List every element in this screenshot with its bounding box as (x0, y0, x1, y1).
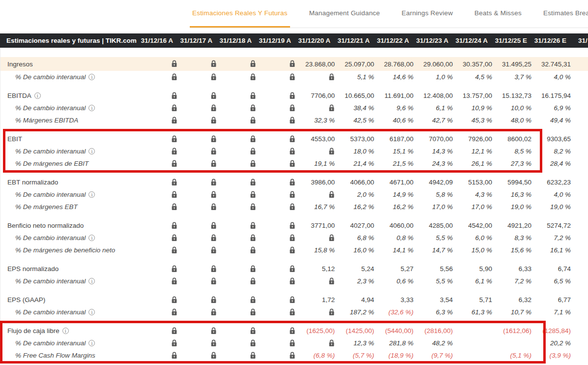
lock-icon[interactable] (289, 234, 295, 242)
lock-icon[interactable] (250, 234, 256, 242)
lock-icon[interactable] (289, 222, 295, 229)
lock-icon[interactable] (210, 191, 217, 198)
lock-icon[interactable] (250, 148, 256, 155)
lock-icon[interactable] (171, 327, 177, 335)
info-icon[interactable]: i (88, 74, 95, 80)
lock-icon[interactable] (250, 104, 256, 112)
lock-icon[interactable] (171, 308, 177, 316)
lock-icon[interactable] (250, 327, 256, 335)
lock-icon[interactable] (289, 327, 295, 335)
lock-icon[interactable] (210, 203, 217, 211)
lock-icon[interactable] (250, 117, 256, 124)
lock-icon[interactable] (210, 92, 217, 99)
lock-icon[interactable] (328, 191, 335, 198)
lock-icon[interactable] (289, 135, 295, 143)
lock-icon[interactable] (289, 160, 295, 167)
lock-icon[interactable] (210, 234, 217, 242)
lock-icon[interactable] (250, 135, 256, 143)
lock-icon[interactable] (289, 179, 295, 186)
info-icon[interactable]: i (88, 309, 95, 315)
lock-icon[interactable] (171, 117, 177, 124)
lock-icon[interactable] (171, 296, 177, 304)
lock-icon[interactable] (289, 60, 295, 67)
info-icon[interactable]: i (88, 148, 95, 154)
lock-icon[interactable] (328, 277, 335, 285)
tab-estimaciones-reales-y-futuras[interactable]: Estimaciones Reales Y Futuras (190, 0, 290, 28)
lock-icon[interactable] (210, 179, 217, 186)
lock-icon[interactable] (171, 191, 177, 198)
tab-beats-misses[interactable]: Beats & Misses (472, 0, 524, 28)
lock-icon[interactable] (210, 148, 217, 155)
info-icon[interactable]: i (88, 191, 95, 198)
lock-icon[interactable] (171, 222, 177, 229)
lock-icon[interactable] (210, 339, 217, 347)
lock-icon[interactable] (250, 60, 256, 67)
lock-icon[interactable] (171, 352, 177, 359)
lock-icon[interactable] (171, 277, 177, 285)
lock-icon[interactable] (171, 203, 177, 211)
lock-icon[interactable] (171, 60, 177, 67)
lock-icon[interactable] (171, 265, 177, 273)
lock-icon[interactable] (289, 73, 295, 81)
lock-icon[interactable] (289, 148, 295, 155)
lock-icon[interactable] (210, 135, 217, 143)
tab-management-guidance[interactable]: Management Guidance (307, 0, 382, 28)
lock-icon[interactable] (289, 308, 295, 316)
lock-icon[interactable] (171, 73, 177, 81)
lock-icon[interactable] (289, 117, 295, 124)
lock-icon[interactable] (250, 339, 256, 347)
lock-icon[interactable] (210, 73, 217, 81)
lock-icon[interactable] (171, 135, 177, 143)
lock-icon[interactable] (210, 277, 217, 285)
lock-icon[interactable] (289, 246, 295, 254)
lock-icon[interactable] (210, 296, 217, 304)
lock-icon[interactable] (289, 339, 295, 347)
lock-icon[interactable] (210, 222, 217, 229)
lock-icon[interactable] (328, 234, 335, 242)
lock-icon[interactable] (289, 104, 295, 112)
lock-icon[interactable] (210, 327, 217, 335)
info-icon[interactable]: i (88, 278, 95, 284)
lock-icon[interactable] (171, 179, 177, 186)
lock-icon[interactable] (210, 60, 217, 67)
lock-icon[interactable] (210, 160, 217, 167)
lock-icon[interactable] (250, 92, 256, 99)
lock-icon[interactable] (289, 265, 295, 273)
lock-icon[interactable] (171, 246, 177, 254)
lock-icon[interactable] (289, 203, 295, 211)
info-icon[interactable]: i (34, 92, 41, 99)
lock-icon[interactable] (210, 352, 217, 359)
lock-icon[interactable] (171, 92, 177, 99)
tab-earnings-review[interactable]: Earnings Review (399, 0, 455, 28)
lock-icon[interactable] (328, 104, 335, 112)
lock-icon[interactable] (250, 265, 256, 273)
lock-icon[interactable] (250, 277, 256, 285)
lock-icon[interactable] (171, 104, 177, 112)
lock-icon[interactable] (210, 104, 217, 112)
lock-icon[interactable] (250, 191, 256, 198)
lock-icon[interactable] (289, 92, 295, 99)
lock-icon[interactable] (328, 148, 335, 155)
info-icon[interactable]: i (88, 105, 95, 111)
lock-icon[interactable] (250, 308, 256, 316)
lock-icon[interactable] (171, 234, 177, 242)
lock-icon[interactable] (210, 308, 217, 316)
lock-icon[interactable] (328, 339, 335, 347)
lock-icon[interactable] (250, 222, 256, 229)
lock-icon[interactable] (250, 352, 256, 359)
info-icon[interactable]: i (88, 235, 95, 241)
tab-estimates-breakdown[interactable]: Estimates Breakdown (541, 0, 588, 28)
lock-icon[interactable] (210, 246, 217, 254)
lock-icon[interactable] (250, 203, 256, 211)
lock-icon[interactable] (250, 296, 256, 304)
lock-icon[interactable] (210, 117, 217, 124)
info-icon[interactable]: i (62, 328, 69, 334)
lock-icon[interactable] (171, 148, 177, 155)
lock-icon[interactable] (171, 339, 177, 347)
lock-icon[interactable] (250, 160, 256, 167)
lock-icon[interactable] (250, 73, 256, 81)
lock-icon[interactable] (289, 296, 295, 304)
lock-icon[interactable] (210, 265, 217, 273)
info-icon[interactable]: i (88, 340, 95, 346)
lock-icon[interactable] (289, 191, 295, 198)
